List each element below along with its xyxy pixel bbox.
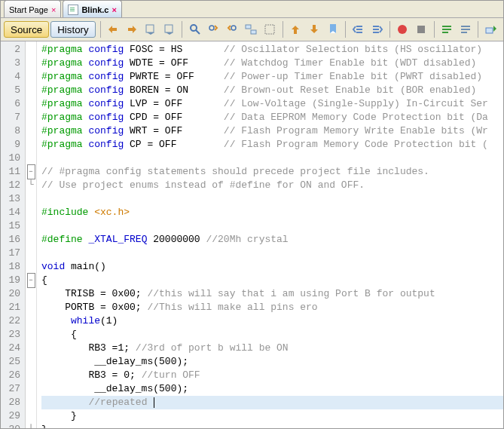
prev-edit-icon[interactable]: [104, 19, 123, 40]
code-line[interactable]: //repeated: [41, 396, 503, 409]
line-number: 8: [1, 124, 25, 138]
line-number: 4: [1, 70, 25, 84]
code-line[interactable]: void main(): [41, 260, 503, 274]
bookmark-prev-icon[interactable]: [286, 19, 304, 40]
code-line[interactable]: #include <xc.h>: [41, 206, 503, 219]
line-number: 13: [1, 192, 25, 206]
code-line[interactable]: [41, 192, 503, 206]
code-line[interactable]: __delay_ms(500);: [41, 355, 503, 369]
svg-point-2: [191, 25, 197, 31]
line-number: 14: [1, 206, 25, 219]
close-icon[interactable]: ×: [51, 6, 56, 14]
code-line[interactable]: while(1): [41, 314, 503, 328]
selection-mode-icon[interactable]: [261, 19, 279, 40]
line-number: 30: [1, 423, 25, 428]
code-line[interactable]: PORTB = 0x00; //This will make all pins …: [41, 301, 503, 314]
macro-stop-icon[interactable]: [412, 19, 431, 40]
code-line[interactable]: #pragma config BOREN = ON // Brown-out R…: [41, 84, 503, 97]
line-number: 7: [1, 111, 25, 124]
code-line[interactable]: [41, 247, 503, 260]
line-number: 18: [1, 260, 25, 274]
svg-rect-1: [165, 25, 173, 32]
bookmark-next-icon[interactable]: [304, 19, 323, 40]
editor-toolbar: Source History: [1, 18, 503, 41]
svg-point-4: [209, 26, 214, 30]
code-line[interactable]: #pragma config LVP = OFF // Low-Voltage …: [41, 97, 503, 111]
run-icon[interactable]: [481, 19, 500, 40]
code-line[interactable]: RB3 = 0; //turn OFF: [41, 369, 503, 382]
code-line[interactable]: [41, 219, 503, 233]
uncomment-icon[interactable]: [456, 19, 475, 40]
svg-line-3: [196, 30, 200, 34]
source-view-button[interactable]: Source: [4, 21, 49, 38]
code-line[interactable]: #pragma config WDTE = OFF // Watchdog Ti…: [41, 57, 503, 70]
code-line[interactable]: {: [41, 274, 503, 287]
close-icon[interactable]: ×: [112, 6, 117, 14]
highlight-icon[interactable]: [242, 19, 261, 40]
code-line[interactable]: RB3 =1; //3rd of port b will be ON: [41, 342, 503, 355]
svg-rect-6: [246, 25, 251, 29]
find-next-icon[interactable]: [223, 19, 242, 40]
line-number: 22: [1, 314, 25, 328]
line-number: 24: [1, 342, 25, 355]
code-line[interactable]: #pragma config FOSC = HS // Oscillator S…: [41, 43, 503, 57]
svg-rect-12: [486, 28, 493, 33]
code-line[interactable]: [41, 152, 503, 165]
shift-left-icon[interactable]: [349, 19, 368, 40]
bookmark-toggle-icon[interactable]: [323, 19, 342, 40]
code-editor[interactable]: 2345678910111213141516171819202122232425…: [1, 41, 503, 428]
next-edit-icon[interactable]: [122, 19, 141, 40]
code-line[interactable]: __delay_ms(500);: [41, 382, 503, 396]
line-number: 25: [1, 355, 25, 369]
line-number: 17: [1, 247, 25, 260]
code-line[interactable]: }: [41, 409, 503, 423]
svg-point-10: [398, 25, 407, 34]
code-line[interactable]: #pragma config PWRTE = OFF // Power-up T…: [41, 70, 503, 84]
shift-right-icon[interactable]: [368, 19, 386, 40]
line-number: 21: [1, 301, 25, 314]
line-number: 27: [1, 382, 25, 396]
line-number: 9: [1, 138, 25, 152]
code-line[interactable]: #pragma config CP = OFF // Flash Program…: [41, 138, 503, 152]
text-caret: [154, 397, 154, 408]
fold-toggle-icon[interactable]: −: [27, 273, 35, 288]
line-number: 6: [1, 97, 25, 111]
code-line[interactable]: #define _XTAL_FREQ 20000000 //20Mh cryst…: [41, 233, 503, 247]
line-number: 10: [1, 152, 25, 165]
find-selection-icon[interactable]: [185, 19, 204, 40]
code-area[interactable]: #pragma config FOSC = HS // Oscillator S…: [37, 41, 503, 428]
code-line[interactable]: // #pragma config statements should prec…: [41, 165, 503, 179]
code-line[interactable]: #pragma config WRT = OFF // Flash Progra…: [41, 124, 503, 138]
line-number: 3: [1, 57, 25, 70]
svg-rect-0: [146, 25, 154, 32]
code-line[interactable]: TRISB = 0x00; //this will say that i am …: [41, 287, 503, 301]
code-line[interactable]: #pragma config CPD = OFF // Data EEPROM …: [41, 111, 503, 124]
code-line[interactable]: {: [41, 328, 503, 342]
svg-point-5: [231, 26, 236, 30]
line-number: 2: [1, 43, 25, 57]
line-number: 12: [1, 179, 25, 192]
drop-1-icon[interactable]: [141, 19, 160, 40]
line-number: 19: [1, 274, 25, 287]
comment-icon[interactable]: [437, 19, 456, 40]
history-view-button[interactable]: History: [50, 21, 95, 38]
line-number: 23: [1, 328, 25, 342]
line-number: 16: [1, 233, 25, 247]
drop-2-icon[interactable]: [160, 19, 179, 40]
svg-rect-8: [265, 25, 274, 34]
line-number: 5: [1, 84, 25, 97]
svg-rect-7: [251, 30, 256, 34]
tab-label: Blink.c: [81, 5, 108, 14]
code-line[interactable]: }: [41, 423, 503, 428]
code-line[interactable]: // Use project enums instead of #define …: [41, 179, 503, 192]
editor-tabs: Start Page × Blink.c ×: [1, 1, 503, 18]
c-file-icon: [68, 5, 78, 15]
macro-record-icon[interactable]: [393, 19, 412, 40]
find-prev-icon[interactable]: [204, 19, 223, 40]
tab-start-page[interactable]: Start Page ×: [4, 0, 61, 17]
line-number: 15: [1, 219, 25, 233]
tab-blink-c[interactable]: Blink.c ×: [63, 0, 122, 17]
line-number: 20: [1, 287, 25, 301]
line-number: 26: [1, 369, 25, 382]
tab-label: Start Page: [9, 5, 48, 14]
